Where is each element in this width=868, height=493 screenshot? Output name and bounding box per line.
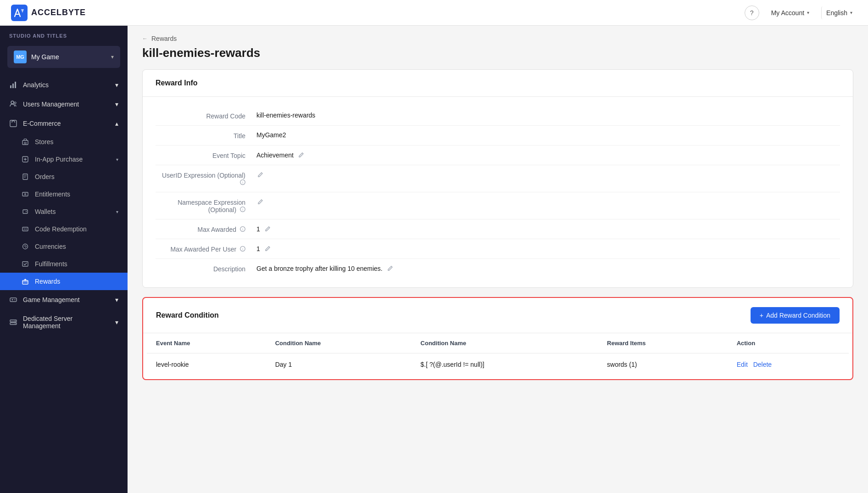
sidebar-item-code-redemption[interactable]: Code Redemption xyxy=(0,220,128,238)
edit-row-button[interactable]: Edit xyxy=(737,361,748,368)
col-event-name: Event Name xyxy=(147,333,266,353)
userid-expression-edit-button[interactable] xyxy=(256,171,264,179)
breadcrumb: ← Rewards xyxy=(142,35,853,42)
title-row: Title MyGame2 xyxy=(156,126,840,146)
users-icon xyxy=(9,100,17,108)
reward-condition-table-wrapper: Event Name Condition Name Condition Name… xyxy=(143,333,852,379)
logo-area: ACCELBYTE xyxy=(11,5,86,21)
language-button[interactable]: English ▾ xyxy=(821,6,857,19)
table-header-row: Event Name Condition Name Condition Name… xyxy=(147,333,849,353)
code-redemption-label: Code Redemption xyxy=(35,225,87,233)
cell-reward-items: swords (1) xyxy=(598,353,728,376)
game-management-icon xyxy=(9,296,17,304)
users-chevron-icon: ▾ xyxy=(115,101,118,108)
userid-info-icon: i xyxy=(240,179,245,185)
currencies-label: Currencies xyxy=(35,243,66,250)
max-awarded-edit-button[interactable] xyxy=(264,225,272,233)
code-redemption-icon xyxy=(21,225,29,233)
add-reward-condition-button[interactable]: + Add Reward Condition xyxy=(751,307,840,324)
in-app-purchase-icon xyxy=(21,155,29,163)
namespace-expression-edit-button[interactable] xyxy=(256,198,264,206)
svg-point-13 xyxy=(26,211,27,212)
fulfillments-icon xyxy=(21,260,29,268)
dedicated-server-icon xyxy=(9,318,17,326)
my-account-label: My Account xyxy=(771,9,804,17)
svg-rect-22 xyxy=(10,323,17,325)
max-awarded-per-user-row: Max Awarded Per User i 1 xyxy=(156,239,840,259)
namespace-expression-label: Namespace Expression(Optional) i xyxy=(156,198,256,213)
cell-action: Edit Delete xyxy=(728,353,849,376)
sidebar-item-users-management[interactable]: Users Management ▾ xyxy=(0,95,128,114)
col-action: Action xyxy=(728,333,849,353)
my-account-button[interactable]: My Account ▾ xyxy=(767,6,814,19)
sidebar-item-stores[interactable]: Stores xyxy=(0,133,128,151)
sidebar-item-in-app-purchase[interactable]: In-App Purchase ▾ xyxy=(0,151,128,168)
app-name: ACCELBYTE xyxy=(31,8,86,17)
cell-event-name: level-rookie xyxy=(147,353,266,376)
reward-condition-header: Reward Condition + Add Reward Condition xyxy=(143,298,852,333)
ecommerce-icon xyxy=(9,119,17,128)
max-awarded-per-user-edit-button[interactable] xyxy=(264,245,272,252)
svg-rect-2 xyxy=(12,84,14,88)
wallets-label: Wallets xyxy=(35,208,56,215)
svg-rect-3 xyxy=(15,82,16,88)
max-awarded-value: 1 xyxy=(256,225,272,233)
sidebar-section-label: STUDIO AND TITLES xyxy=(0,26,128,42)
reward-info-title: Reward Info xyxy=(143,70,853,97)
account-chevron-down-icon: ▾ xyxy=(807,10,809,15)
help-button[interactable]: ? xyxy=(745,6,759,20)
description-value: Get a bronze trophy after killing 10 ene… xyxy=(256,264,394,272)
col-condition-name-2: Condition Name xyxy=(412,333,598,353)
sidebar-item-dedicated-server-management[interactable]: Dedicated Server Management ▾ xyxy=(0,309,128,335)
svg-point-24 xyxy=(15,323,16,324)
iap-chevron-icon: ▾ xyxy=(116,157,118,162)
page-title: kill-enemies-rewards xyxy=(142,46,853,60)
sidebar-item-rewards[interactable]: Rewards xyxy=(0,273,128,290)
orders-icon xyxy=(21,173,29,181)
event-topic-edit-button[interactable] xyxy=(297,151,305,159)
add-reward-condition-plus-icon: + xyxy=(760,312,763,319)
namespace-expression-value xyxy=(256,198,264,206)
svg-text:i: i xyxy=(242,228,243,231)
reward-info-body: Reward Code kill-enemies-rewards Title M… xyxy=(143,97,853,287)
svg-rect-14 xyxy=(22,227,28,231)
title-label: Title xyxy=(156,131,256,140)
fulfillments-label: Fulfillments xyxy=(35,260,67,268)
description-edit-button[interactable] xyxy=(386,264,394,272)
rewards-icon xyxy=(21,277,29,286)
sidebar-item-ecommerce[interactable]: E-Commerce ▴ xyxy=(0,114,128,133)
stores-label: Stores xyxy=(35,138,53,146)
delete-row-button[interactable]: Delete xyxy=(753,361,772,368)
svg-point-19 xyxy=(14,299,15,300)
reward-condition-title: Reward Condition xyxy=(156,311,219,319)
svg-point-20 xyxy=(15,299,16,300)
svg-rect-16 xyxy=(22,262,28,266)
sidebar-item-entitlements[interactable]: Entitlements xyxy=(0,185,128,203)
studio-selector[interactable]: MG My Game ▾ xyxy=(7,46,120,68)
back-arrow-icon[interactable]: ← xyxy=(142,35,148,42)
game-management-label: Game Management xyxy=(23,296,80,303)
accelbyte-logo-icon xyxy=(11,5,28,21)
sidebar-item-orders[interactable]: Orders xyxy=(0,168,128,185)
event-topic-value: Achievement xyxy=(256,151,305,159)
userid-expression-label: UserID Expression (Optional) i xyxy=(156,171,256,186)
svg-text:i: i xyxy=(242,208,243,211)
sidebar-item-fulfillments[interactable]: Fulfillments xyxy=(0,255,128,273)
language-label: English xyxy=(826,9,847,17)
sidebar-item-currencies[interactable]: Currencies xyxy=(0,238,128,255)
max-awarded-per-user-value: 1 xyxy=(256,245,272,252)
sidebar-item-game-management[interactable]: Game Management ▾ xyxy=(0,290,128,309)
reward-info-card: Reward Info Reward Code kill-enemies-rew… xyxy=(142,69,853,288)
col-condition-name-1: Condition Name xyxy=(266,333,412,353)
ecommerce-chevron-icon: ▴ xyxy=(115,120,118,127)
content-area: ← Rewards kill-enemies-rewards Reward In… xyxy=(128,26,868,493)
breadcrumb-rewards-link[interactable]: Rewards xyxy=(151,35,177,42)
svg-rect-18 xyxy=(10,298,17,302)
rewards-label: Rewards xyxy=(35,278,60,285)
dedicated-server-label: Dedicated Server Management xyxy=(23,315,110,330)
sidebar-item-analytics[interactable]: Analytics ▾ xyxy=(0,75,128,95)
sidebar-item-wallets[interactable]: Wallets ▾ xyxy=(0,203,128,220)
dedicated-server-chevron-icon: ▾ xyxy=(115,319,118,326)
svg-rect-21 xyxy=(10,320,17,322)
reward-condition-table: Event Name Condition Name Condition Name… xyxy=(147,333,849,375)
